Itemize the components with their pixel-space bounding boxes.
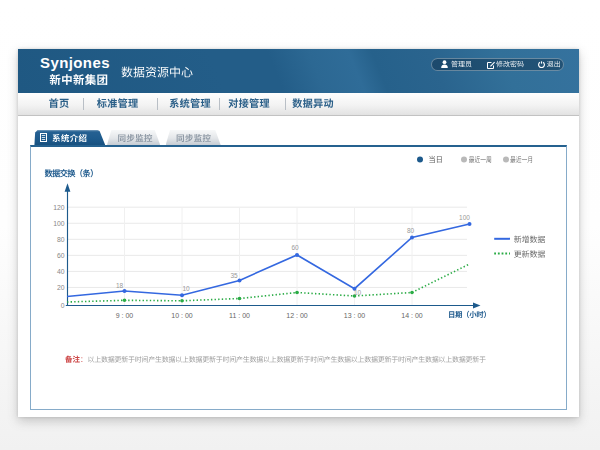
svg-text:20: 20 bbox=[57, 284, 65, 291]
svg-text:10 : 00: 10 : 00 bbox=[171, 312, 193, 319]
svg-text:10: 10 bbox=[182, 285, 190, 292]
svg-text:9 : 00: 9 : 00 bbox=[116, 312, 134, 319]
svg-text:100: 100 bbox=[53, 220, 65, 227]
svg-text:80: 80 bbox=[407, 227, 415, 234]
svg-text:10: 10 bbox=[354, 289, 362, 296]
svg-text:0: 0 bbox=[61, 302, 65, 309]
svg-text:12 : 00: 12 : 00 bbox=[286, 312, 308, 319]
svg-text:18: 18 bbox=[116, 282, 124, 289]
svg-text:13 : 00: 13 : 00 bbox=[344, 312, 366, 319]
svg-text:11 : 00: 11 : 00 bbox=[229, 312, 250, 319]
svg-text:14 : 00: 14 : 00 bbox=[401, 312, 423, 319]
svg-text:40: 40 bbox=[57, 268, 65, 275]
svg-text:80: 80 bbox=[57, 236, 65, 243]
svg-text:100: 100 bbox=[459, 214, 470, 221]
svg-text:60: 60 bbox=[291, 244, 299, 251]
svg-text:35: 35 bbox=[230, 272, 238, 279]
svg-text:60: 60 bbox=[57, 252, 65, 259]
svg-text:120: 120 bbox=[53, 204, 65, 211]
